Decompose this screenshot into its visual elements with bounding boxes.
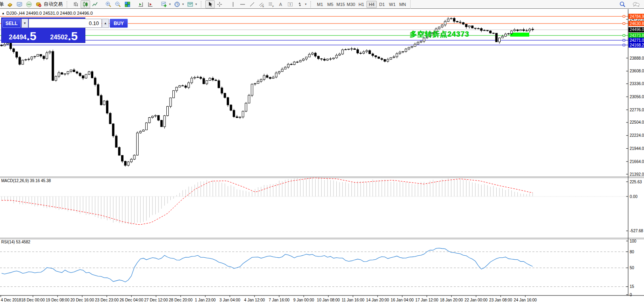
equidistant-channel-icon[interactable]: E (257, 0, 266, 8)
autotrading-icon[interactable] (34, 0, 43, 8)
svg-text:T: T (289, 3, 291, 6)
indicators-dropdown-caret[interactable]: ▾ (169, 2, 172, 6)
chat-icon[interactable] (631, 0, 641, 8)
svg-text:E: E (262, 5, 264, 8)
timeframe-m5[interactable]: M5 (325, 1, 335, 8)
price-level-badge[interactable]: 24630.8 (629, 21, 644, 26)
chart-title: ▲ DJ30-,H4 24490.0 24531.0 24480.0 24496… (2, 11, 93, 16)
timeframe-m30[interactable]: M30 (346, 1, 356, 8)
svg-text:24271.0: 24271.0 (630, 38, 644, 43)
svg-text:10 Jan 08:00: 10 Jan 08:00 (317, 298, 340, 302)
price-level-badge[interactable]: 24271.0 (629, 38, 644, 43)
horizontal-line-icon[interactable] (238, 0, 247, 8)
auto-scroll-icon[interactable] (146, 0, 155, 8)
svg-text:4 Jan 12:00: 4 Jan 12:00 (244, 298, 265, 302)
price-level-badge[interactable]: 24496.0 (629, 27, 644, 32)
search-icon[interactable] (618, 0, 627, 8)
timeframe-h1[interactable]: H1 (356, 1, 366, 8)
text-label-icon[interactable]: T (285, 0, 295, 8)
chart-canvas[interactable]: 24720.023888.023608.023336.023056.022776… (0, 9, 644, 307)
line-chart-icon[interactable] (90, 0, 100, 8)
price-level-badge[interactable]: 24373.8 (629, 33, 644, 38)
svg-text:0: 0 (630, 293, 632, 297)
fibonacci-icon[interactable]: F (266, 0, 276, 8)
svg-text:21664.0: 21664.0 (630, 159, 644, 164)
zoom-out-icon[interactable] (113, 0, 123, 8)
text-icon[interactable]: A (276, 0, 285, 8)
sell-price[interactable]: 24494.5 (2, 28, 43, 42)
chart-window: 24720.023888.023608.023336.023056.022776… (0, 9, 644, 307)
price-level-badge[interactable]: 24168.2 (629, 43, 644, 48)
svg-text:23888.0: 23888.0 (630, 56, 644, 60)
svg-text:RSI(14) 53.4582: RSI(14) 53.4582 (1, 240, 31, 244)
macd-pane (0, 177, 628, 225)
crosshair-icon[interactable] (215, 0, 224, 8)
buy-button[interactable]: BUY (110, 19, 128, 28)
svg-text:22776.0: 22776.0 (630, 108, 644, 112)
pivot-annotation: 多空转折点24373 (410, 29, 469, 39)
timeframe-group: M1 M5 M15 M30 H1 H4 D1 W1 MN (315, 0, 411, 9)
new-order-button-fragment[interactable]: 单 (0, 1, 5, 8)
cursor-icon[interactable] (205, 0, 215, 8)
candlestick-chart-icon[interactable] (81, 0, 90, 8)
chart-shift-icon[interactable] (136, 0, 146, 8)
svg-text:3 Jan 04:00: 3 Jan 04:00 (220, 298, 241, 302)
svg-text:23336.0: 23336.0 (630, 82, 644, 86)
timeframe-d1[interactable]: D1 (377, 1, 387, 8)
trendline-icon[interactable] (247, 0, 257, 8)
volume-input[interactable] (29, 19, 102, 28)
volume-decrease-button[interactable]: ▼ (21, 19, 28, 28)
timeframe-m15[interactable]: M15 (335, 1, 346, 8)
svg-text:18 Jan 20:00: 18 Jan 20:00 (440, 298, 463, 302)
templates-icon[interactable] (185, 0, 195, 8)
svg-text:23 Jan 08:00: 23 Jan 08:00 (489, 298, 512, 302)
svg-text:7 Jan 16:00: 7 Jan 16:00 (269, 298, 290, 302)
templates-dropdown-caret[interactable]: ▾ (195, 2, 199, 6)
one-click-trading-panel: SELL ▼ ▲ BUY 24494.5 24502.5 (1, 17, 85, 43)
toolbar-grip (310, 1, 313, 8)
toolbar-grip (67, 1, 69, 8)
main-pane (0, 16, 628, 167)
timeframe-w1[interactable]: W1 (387, 1, 397, 8)
autotrading-button-label[interactable]: 自动交易 (43, 1, 64, 8)
svg-text:14 Jan 20:00: 14 Jan 20:00 (366, 298, 389, 302)
market-watch-icon[interactable] (15, 0, 24, 8)
arrows-dropdown-caret[interactable]: ▾ (305, 2, 308, 6)
periods-icon[interactable] (172, 0, 182, 8)
svg-text:27 Dec 12:00: 27 Dec 12:00 (144, 298, 168, 302)
svg-text:4 Dec 2018: 4 Dec 2018 (1, 298, 21, 302)
svg-text:21392.0: 21392.0 (630, 172, 644, 177)
svg-text:-527.68: -527.68 (630, 229, 643, 233)
periods-dropdown-caret[interactable]: ▾ (182, 2, 185, 6)
svg-text:20 Dec 16:00: 20 Dec 16:00 (70, 298, 94, 302)
vertical-line-icon[interactable] (228, 0, 238, 8)
svg-text:F: F (272, 5, 274, 8)
green-zone-rectangle[interactable] (510, 33, 529, 37)
svg-text:24630.8: 24630.8 (630, 21, 644, 26)
indicators-icon[interactable] (159, 0, 169, 8)
sell-button[interactable]: SELL (2, 19, 21, 28)
rsi-pane (0, 248, 628, 287)
svg-text:17 Jan 12:00: 17 Jan 12:00 (415, 298, 438, 302)
timeframe-h4[interactable]: H4 (366, 1, 377, 8)
svg-text:24784.9: 24784.9 (630, 14, 644, 19)
gold-ingot-icon[interactable] (5, 0, 15, 8)
svg-text:50: 50 (630, 266, 634, 270)
macd-signal-line (2, 178, 533, 224)
signals-icon[interactable] (24, 0, 34, 8)
svg-text:225.63: 225.63 (630, 180, 642, 184)
svg-text:24373.8: 24373.8 (630, 33, 644, 38)
rsi-line (2, 248, 533, 282)
time-axis[interactable]: 4 Dec 201818 Dec 00:0019 Dec 08:0020 Dec… (1, 295, 537, 302)
svg-text:100: 100 (630, 239, 636, 243)
svg-text:23 Dec 23:00: 23 Dec 23:00 (95, 298, 119, 302)
buy-price[interactable]: 24502.5 (44, 28, 84, 42)
zoom-in-icon[interactable] (104, 0, 113, 8)
timeframe-m1[interactable]: M1 (315, 1, 325, 8)
price-level-badge[interactable]: 24784.9 (629, 14, 644, 19)
timeframe-mn[interactable]: MN (397, 1, 408, 8)
bar-chart-icon[interactable] (71, 0, 81, 8)
tile-windows-icon[interactable] (123, 0, 132, 8)
volume-increase-button[interactable]: ▲ (102, 19, 109, 28)
arrows-icon[interactable] (295, 0, 305, 8)
